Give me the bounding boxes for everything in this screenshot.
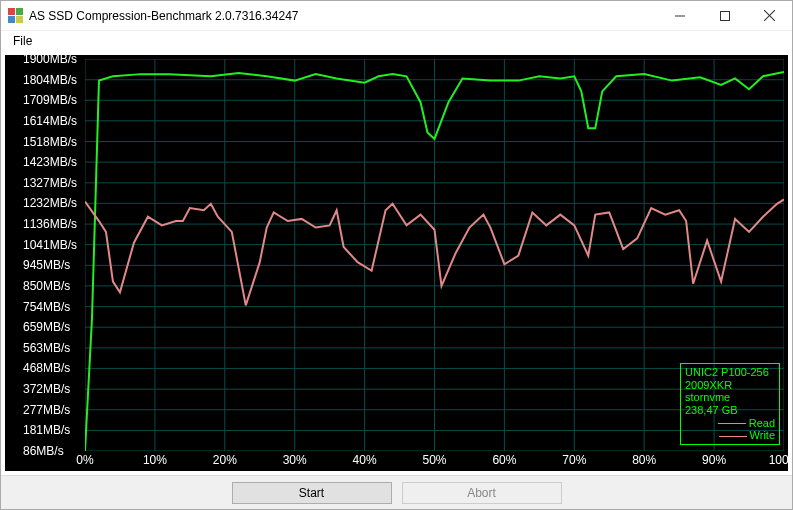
- x-tick-label: 40%: [353, 453, 377, 467]
- app-icon: [7, 8, 23, 24]
- y-tick-label: 181MB/s: [23, 423, 70, 437]
- abort-button[interactable]: Abort: [402, 482, 562, 504]
- minimize-button[interactable]: [657, 1, 702, 30]
- x-tick-label: 0%: [76, 453, 93, 467]
- y-tick-label: 468MB/s: [23, 361, 70, 375]
- x-tick-label: 20%: [213, 453, 237, 467]
- y-tick-label: 372MB/s: [23, 382, 70, 396]
- close-button[interactable]: [747, 1, 792, 30]
- start-button[interactable]: Start: [232, 482, 392, 504]
- y-tick-label: 1232MB/s: [23, 196, 77, 210]
- window-controls: [657, 1, 792, 30]
- maximize-button[interactable]: [702, 1, 747, 30]
- titlebar: AS SSD Compression-Benchmark 2.0.7316.34…: [1, 1, 792, 31]
- y-tick-label: 563MB/s: [23, 341, 70, 355]
- legend-write: Write: [685, 429, 775, 442]
- y-tick-label: 1900MB/s: [23, 55, 77, 66]
- x-tick-label: 60%: [492, 453, 516, 467]
- legend-capacity: 238,47 GB: [685, 404, 775, 417]
- x-tick-label: 70%: [562, 453, 586, 467]
- y-tick-label: 1804MB/s: [23, 73, 77, 87]
- y-axis: 86MB/s181MB/s277MB/s372MB/s468MB/s563MB/…: [5, 55, 85, 451]
- svg-rect-1: [720, 11, 729, 20]
- legend-device: UNIC2 P100-256: [685, 366, 775, 379]
- y-tick-label: 945MB/s: [23, 258, 70, 272]
- legend-driver: stornvme: [685, 391, 775, 404]
- y-tick-label: 1136MB/s: [23, 217, 77, 231]
- y-tick-label: 1518MB/s: [23, 135, 77, 149]
- y-tick-label: 277MB/s: [23, 403, 70, 417]
- x-tick-label: 10%: [143, 453, 167, 467]
- chart-area: 86MB/s181MB/s277MB/s372MB/s468MB/s563MB/…: [5, 55, 788, 471]
- legend-serial: 2009XKR: [685, 379, 775, 392]
- y-tick-label: 850MB/s: [23, 279, 70, 293]
- x-tick-label: 80%: [632, 453, 656, 467]
- y-tick-label: 1041MB/s: [23, 238, 77, 252]
- y-tick-label: 1614MB/s: [23, 114, 77, 128]
- y-tick-label: 659MB/s: [23, 320, 70, 334]
- x-tick-label: 90%: [702, 453, 726, 467]
- button-bar: Start Abort: [1, 475, 792, 509]
- menubar: File: [1, 31, 792, 51]
- legend: UNIC2 P100-256 2009XKR stornvme 238,47 G…: [680, 363, 780, 445]
- legend-read: Read: [685, 417, 775, 430]
- menu-file[interactable]: File: [7, 33, 38, 49]
- y-tick-label: 1327MB/s: [23, 176, 77, 190]
- x-axis: 0%10%20%30%40%50%60%70%80%90%100%: [85, 451, 784, 471]
- window-title: AS SSD Compression-Benchmark 2.0.7316.34…: [29, 9, 657, 23]
- x-tick-label: 30%: [283, 453, 307, 467]
- y-tick-label: 86MB/s: [23, 444, 64, 458]
- y-tick-label: 1709MB/s: [23, 93, 77, 107]
- x-tick-label: 50%: [422, 453, 446, 467]
- x-tick-label: 100%: [769, 453, 788, 467]
- y-tick-label: 1423MB/s: [23, 155, 77, 169]
- y-tick-label: 754MB/s: [23, 300, 70, 314]
